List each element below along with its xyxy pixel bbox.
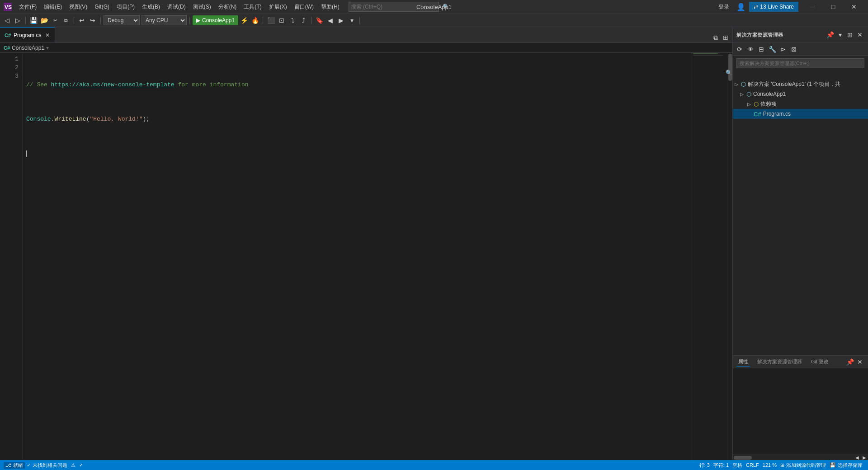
forward-button[interactable]: ▷ xyxy=(13,15,23,25)
breakpoints-button[interactable]: ⬛ xyxy=(266,15,276,25)
code-editor[interactable]: 1 2 3 // See https://aka.ms/new-console-… xyxy=(0,53,732,460)
breadcrumb: C# ConsoleApp1 ▾ xyxy=(0,43,732,53)
menu-tools[interactable]: 工具(T) xyxy=(240,1,265,13)
editor-area: C# Program.cs ✕ ⧉ ⊞ C# ConsoleApp1 ▾ 1 2… xyxy=(0,27,732,460)
solution-tree: ▷ ⬡ 解决方案 'ConsoleApp1' (1 个项目，共 ▷ ⬡ Cons… xyxy=(733,77,868,355)
properties-content-area xyxy=(733,368,868,455)
status-warnings-button[interactable]: ⚠ xyxy=(69,462,77,468)
props-close-button[interactable]: ✕ xyxy=(855,357,864,367)
se-hscrollbar[interactable]: ◀ ▶ xyxy=(733,455,868,460)
menu-git[interactable]: Git(G) xyxy=(91,2,113,12)
status-errors-button[interactable]: ✓ xyxy=(77,462,85,468)
props-pin-button[interactable]: 📌 xyxy=(845,357,854,367)
se-scroll-left[interactable]: ◀ xyxy=(854,454,861,461)
bookmark-button[interactable]: 🔖 xyxy=(314,15,324,25)
tree-dependencies[interactable]: ▷ ⬡ 依赖项 xyxy=(733,99,868,109)
se-expand-button[interactable]: ⊞ xyxy=(845,30,854,39)
save-local-icon: 💾 xyxy=(830,462,836,468)
status-issues-button[interactable]: ✓ 未找到相关问题 xyxy=(25,462,69,469)
props-tab-solution-explorer[interactable]: 解决方案资源管理器 xyxy=(755,357,804,366)
redo-button[interactable]: ↪ xyxy=(88,15,98,25)
menu-extensions[interactable]: 扩展(X) xyxy=(265,1,291,13)
back-button[interactable]: ◁ xyxy=(2,15,12,25)
menu-test[interactable]: 测试(S) xyxy=(189,1,215,13)
se-pin-button[interactable]: 📌 xyxy=(826,30,835,39)
code-url-link[interactable]: https://aka.ms/new-console-template xyxy=(51,81,175,88)
cut-button[interactable]: ✂ xyxy=(50,15,60,25)
menu-view[interactable]: 视图(V) xyxy=(66,1,91,13)
editor-tab-program[interactable]: C# Program.cs ✕ xyxy=(0,27,55,42)
solution-explorer-title: 解决方案资源管理器 xyxy=(736,32,783,38)
warnings-icon: ⚠ xyxy=(71,462,75,468)
line-number-2: 2 xyxy=(4,63,19,72)
menu-help[interactable]: 帮助(H) xyxy=(317,1,343,13)
undo-button[interactable]: ↩ xyxy=(77,15,87,25)
se-preview-button[interactable]: ⊳ xyxy=(778,44,788,54)
bookmark-list-button[interactable]: ▾ xyxy=(347,15,357,25)
save-all-button[interactable]: 💾 xyxy=(28,15,38,25)
menu-debug[interactable]: 调试(D) xyxy=(164,1,189,13)
status-encoding[interactable]: CRLF xyxy=(744,462,761,468)
solution-expand-arrow: ▷ xyxy=(735,82,740,87)
editor-scrollbar[interactable] xyxy=(727,53,732,460)
next-bookmark-button[interactable]: ▶ xyxy=(336,15,346,25)
solution-search-input[interactable] xyxy=(736,58,864,68)
menu-project[interactable]: 项目(P) xyxy=(113,1,138,13)
tree-program-cs[interactable]: C# Program.cs xyxy=(733,109,868,119)
liveshare-icon: ⇄ xyxy=(754,4,758,10)
se-filter-button[interactable]: ⊠ xyxy=(789,44,799,54)
minimize-button[interactable]: ─ xyxy=(802,0,823,14)
se-properties-button[interactable]: 🔧 xyxy=(767,44,777,54)
add-code-icon: ⊞ xyxy=(780,462,784,468)
toolbar-sep-7 xyxy=(359,17,360,24)
login-button[interactable]: 登录 xyxy=(715,1,733,13)
props-tab-git[interactable]: Git 更改 xyxy=(809,357,830,366)
account-icon: 👤 xyxy=(736,3,745,11)
menu-window[interactable]: 窗口(W) xyxy=(291,1,317,13)
status-line[interactable]: 行: 3 xyxy=(698,462,712,469)
prev-bookmark-button[interactable]: ◀ xyxy=(325,15,335,25)
platform-dropdown[interactable]: Any CPU xyxy=(142,15,187,25)
se-show-all-button[interactable]: 👁 xyxy=(745,44,755,54)
line-number-1: 1 xyxy=(4,55,19,63)
menu-file[interactable]: 文件(F) xyxy=(15,1,40,13)
tree-project[interactable]: ▷ ⬡ ConsoleApp1 xyxy=(733,89,868,99)
step-over-button[interactable]: ⊡ xyxy=(277,15,287,25)
breadcrumb-project: ConsoleApp1 xyxy=(12,45,44,51)
close-button[interactable]: ✕ xyxy=(844,0,864,14)
scrollbar-thumb[interactable] xyxy=(728,54,732,81)
toolbar-sep-2 xyxy=(74,17,74,24)
se-sync-button[interactable]: ⟳ xyxy=(735,44,745,54)
se-dropdown-button[interactable]: ▾ xyxy=(835,30,844,39)
tab-bar-extra: ⧉ ⊞ xyxy=(711,33,732,42)
se-collapse-button[interactable]: ⊟ xyxy=(756,44,766,54)
open-button[interactable]: 📂 xyxy=(39,15,49,25)
copy-button[interactable]: ⧉ xyxy=(61,15,71,25)
menu-analyze[interactable]: 分析(N) xyxy=(215,1,241,13)
se-close-button[interactable]: ✕ xyxy=(855,30,864,39)
step-out-button[interactable]: ⤴ xyxy=(298,15,308,25)
split-editor-button[interactable]: ⧉ xyxy=(711,33,721,42)
code-content[interactable]: // See https://aka.ms/new-console-templa… xyxy=(23,53,691,460)
tab-close-button[interactable]: ✕ xyxy=(44,32,51,39)
status-col[interactable]: 字符: 1 xyxy=(712,462,731,469)
liveshare-button[interactable]: ⇄ 13 Live Share xyxy=(749,2,798,12)
se-hscrollbar-thumb[interactable] xyxy=(734,456,752,460)
status-zoom[interactable]: 121 % xyxy=(761,462,778,468)
maximize-button[interactable]: □ xyxy=(823,0,844,14)
build-config-dropdown[interactable]: Debug xyxy=(104,15,140,25)
hot-reload-button[interactable]: 🔥 xyxy=(250,15,260,25)
expand-editor-button[interactable]: ⊞ xyxy=(721,33,731,42)
step-in-button[interactable]: ⤵ xyxy=(288,15,297,25)
status-save-local[interactable]: 💾 选择存储库 xyxy=(828,462,864,469)
menu-edit[interactable]: 编辑(E) xyxy=(40,1,66,13)
status-add-code[interactable]: ⊞ 添加到源代码管理 xyxy=(778,462,828,469)
se-scroll-right[interactable]: ▶ xyxy=(861,454,868,461)
menu-build[interactable]: 生成(B) xyxy=(138,1,164,13)
props-tab-properties[interactable]: 属性 xyxy=(736,357,750,367)
status-git-button[interactable]: ⎇ 就绪 xyxy=(4,462,25,469)
run-button[interactable]: ▶ ConsoleApp1 xyxy=(193,15,238,25)
tree-solution-root[interactable]: ▷ ⬡ 解决方案 'ConsoleApp1' (1 个项目，共 xyxy=(733,79,868,89)
attach-debugger-button[interactable]: ⚡ xyxy=(239,15,249,25)
status-spaces[interactable]: 空格 xyxy=(731,462,744,469)
